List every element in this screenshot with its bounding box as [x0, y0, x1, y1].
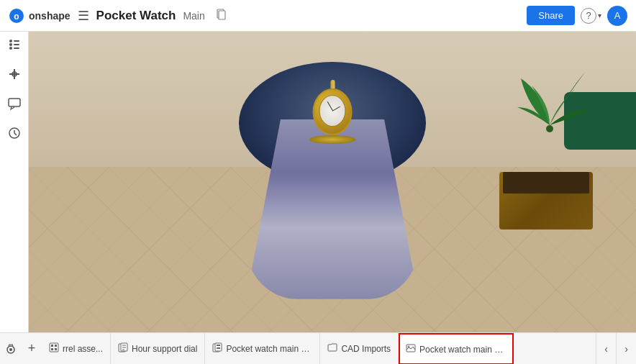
tab-barrel-label: rrel asse... — [63, 344, 103, 354]
svg-rect-24 — [55, 348, 57, 350]
share-button[interactable]: Share — [527, 6, 575, 25]
scene-background — [29, 32, 636, 332]
tab-hour-support[interactable]: Hour support dial — [111, 333, 205, 365]
sidebar-item-history[interactable] — [7, 126, 22, 144]
svg-rect-3 — [219, 11, 225, 19]
svg-rect-5 — [14, 40, 19, 42]
svg-rect-22 — [55, 345, 57, 347]
tab-scroll-right-button[interactable]: › — [616, 333, 636, 365]
tab-cad-imports[interactable]: CAD Imports — [320, 333, 399, 365]
onshape-logo-icon: o — [9, 8, 24, 24]
plant-leaves — [506, 64, 593, 139]
hamburger-menu[interactable]: ☰ — [78, 8, 89, 24]
add-tab-button[interactable]: + — [22, 333, 42, 365]
svg-text:o: o — [14, 12, 19, 22]
tab-pocket-watch-2-label: Pocket watch main ass... — [419, 345, 506, 355]
tab-pocket-watch-1-label: Pocket watch main ass... — [226, 344, 312, 354]
tab-hour-label: Hour support dial — [132, 344, 197, 354]
document-branch: Main — [183, 10, 204, 22]
svg-rect-9 — [14, 47, 19, 49]
document-copy-icon[interactable] — [215, 9, 227, 23]
add-tab-icon: + — [28, 341, 36, 356]
sidebar — [0, 32, 29, 332]
document-title: Pocket Watch — [96, 9, 176, 23]
camera-icon[interactable] — [0, 333, 22, 365]
tab-pocket-watch-1[interactable]: Pocket watch main ass... — [205, 333, 320, 365]
avatar-initial: A — [614, 10, 621, 21]
planter-prop — [499, 122, 593, 229]
tab-assembly2-icon — [212, 342, 222, 355]
help-button[interactable]: ? ▾ — [581, 8, 601, 24]
tab-part-icon — [118, 342, 128, 355]
tab-image-icon — [406, 343, 416, 355]
planter-box-body — [499, 172, 593, 229]
sidebar-item-add-mate[interactable] — [7, 67, 22, 85]
onshape-brand-text: onshape — [29, 10, 71, 22]
tab-bar: + rrel asse... — [0, 332, 636, 364]
3d-viewport[interactable] — [29, 32, 636, 332]
tab-assembly-icon — [49, 342, 59, 355]
svg-rect-20 — [50, 343, 58, 352]
tab-scroll-left-button[interactable]: ‹ — [596, 333, 616, 365]
tab-pocket-watch-2[interactable]: Pocket watch main ass... — [399, 333, 514, 365]
tab-cad-label: CAD Imports — [341, 344, 391, 354]
svg-rect-13 — [9, 99, 20, 106]
svg-rect-32 — [217, 345, 220, 346]
svg-point-4 — [9, 40, 12, 42]
sidebar-item-feature-list[interactable] — [7, 37, 22, 55]
svg-point-8 — [9, 47, 12, 50]
svg-point-19 — [9, 348, 12, 351]
tab-arrows: ‹ › — [596, 333, 636, 365]
svg-point-6 — [9, 43, 12, 46]
svg-point-17 — [546, 125, 553, 132]
header-left: o onshape ☰ Pocket Watch Main — [9, 8, 227, 24]
user-avatar[interactable]: A — [607, 6, 627, 26]
svg-point-35 — [408, 346, 410, 348]
onshape-logo[interactable]: o onshape — [9, 8, 71, 24]
planter-soil — [503, 172, 589, 194]
header: o onshape ☰ Pocket Watch Main Share ? ▾ … — [0, 0, 636, 32]
tabs-container: rrel asse... Hour support dial — [42, 333, 596, 365]
svg-rect-23 — [51, 348, 53, 350]
sidebar-item-comment[interactable] — [7, 96, 22, 114]
svg-rect-7 — [14, 44, 19, 45]
svg-line-16 — [14, 133, 17, 135]
svg-rect-31 — [215, 343, 222, 351]
svg-rect-21 — [51, 345, 53, 347]
svg-rect-33 — [217, 347, 220, 349]
tab-folder-icon — [327, 342, 337, 355]
header-right: Share ? ▾ A — [527, 6, 627, 26]
tab-barrel-asse[interactable]: rrel asse... — [42, 333, 111, 365]
